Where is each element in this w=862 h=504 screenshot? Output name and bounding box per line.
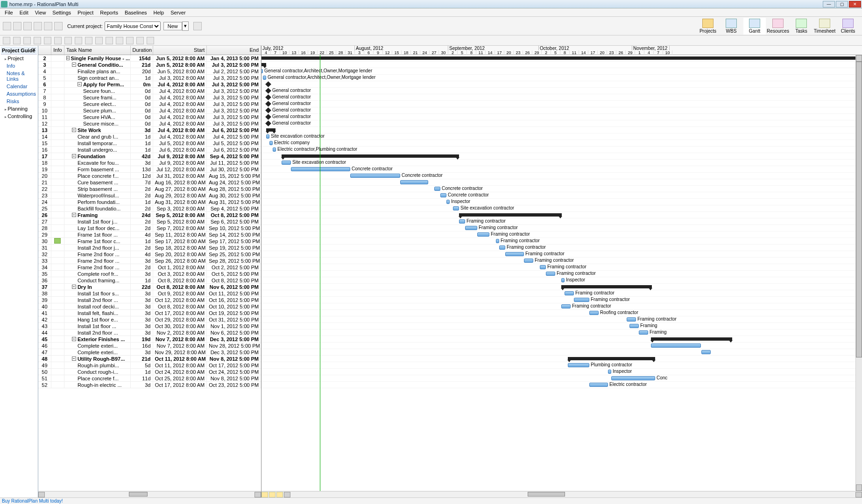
task-bar[interactable] — [627, 317, 636, 322]
movedown-icon[interactable] — [54, 37, 62, 44]
collapse-icon[interactable]: − — [72, 357, 76, 361]
gantt-row[interactable] — [261, 81, 862, 88]
mail-icon[interactable] — [193, 22, 202, 30]
task-bar[interactable] — [574, 298, 589, 302]
task-bar[interactable] — [350, 174, 400, 178]
table-row[interactable]: 41Install felt, flashi...3dOct 17, 2012 … — [38, 310, 261, 316]
zoom-fit-icon[interactable] — [106, 37, 113, 44]
filter-icon[interactable] — [126, 37, 134, 44]
table-row[interactable]: 3−General Conditio...21dJun 5, 2012 8:00… — [38, 62, 261, 68]
gantt-row[interactable]: Inspector — [261, 369, 862, 375]
summary-bar[interactable] — [261, 63, 266, 66]
gantt-row[interactable]: Concrete contractor — [261, 192, 862, 199]
project-select[interactable]: Family House Construction — [105, 21, 161, 31]
table-row[interactable]: 50Conduct rough-i...1dOct 24, 2012 8:00 … — [38, 369, 261, 375]
menu-view[interactable]: View — [32, 9, 49, 16]
task-bar[interactable] — [261, 69, 263, 73]
table-row[interactable]: 52Rough-in electric ...3dOct 17, 2012 8:… — [38, 382, 261, 388]
summary-bar[interactable] — [561, 285, 652, 288]
zoom-in-icon[interactable] — [85, 37, 92, 44]
zoom-all-icon[interactable] — [276, 492, 283, 497]
task-bar[interactable] — [263, 76, 266, 80]
link-icon[interactable] — [3, 37, 10, 44]
new-icon[interactable] — [3, 22, 11, 30]
gscroll-right-icon[interactable] — [855, 492, 862, 497]
summary-bar[interactable] — [459, 213, 562, 217]
gantt-row[interactable]: General contractor — [261, 120, 862, 127]
table-row[interactable]: 37−Dry In22dOct 8, 2012 8:00 AMNov 6, 20… — [38, 284, 261, 290]
gantt-row[interactable]: Electric contractor,Plumbing contractor — [261, 147, 862, 153]
gantt-row[interactable]: Framing contractor — [261, 251, 862, 258]
col-duration[interactable]: Duration — [131, 46, 153, 55]
task-bar[interactable] — [611, 376, 655, 380]
table-row[interactable]: 51Place concrete f...11dOct 25, 2012 8:0… — [38, 375, 261, 382]
undo-icon[interactable] — [44, 22, 52, 30]
gantt-row[interactable]: Site excavation contractor — [261, 133, 862, 140]
gantt-row[interactable]: Framing — [261, 329, 862, 336]
table-row[interactable]: 25Backfill foundatio...2dSep 3, 2012 8:0… — [38, 205, 261, 212]
task-bar[interactable] — [496, 239, 499, 243]
collapse-icon[interactable]: − — [72, 128, 76, 132]
table-row[interactable]: 22Strip basement ...2dAug 27, 2012 8:00 … — [38, 186, 261, 192]
new-dropdown-icon[interactable]: ▾ — [182, 21, 189, 31]
ribbon-tasks[interactable]: Tasks — [790, 18, 813, 35]
open-icon[interactable] — [13, 22, 21, 30]
gscroll-left-icon[interactable] — [284, 492, 290, 497]
menu-baselines[interactable]: Baselines — [122, 9, 150, 16]
highlight-icon[interactable] — [147, 37, 154, 44]
task-bar[interactable] — [589, 383, 608, 387]
moveup-icon[interactable] — [44, 37, 51, 44]
gantt-row[interactable]: Site excavation contractor — [261, 205, 862, 212]
task-bar[interactable] — [546, 272, 555, 276]
milestone[interactable] — [265, 101, 271, 107]
minimize-button[interactable]: — — [823, 1, 835, 7]
gantt-row[interactable] — [261, 343, 862, 349]
outdent-icon[interactable] — [34, 37, 41, 44]
task-bar[interactable] — [269, 141, 273, 145]
table-row[interactable]: 14Clear and grub l...1dJul 4, 2012 8:00 … — [38, 133, 261, 140]
collapse-icon[interactable]: − — [72, 213, 76, 217]
table-row[interactable]: 33Frame 2nd floor ...3dSep 26, 2012 8:00… — [38, 258, 261, 264]
col-end[interactable]: End — [207, 46, 261, 55]
task-bar[interactable] — [565, 291, 574, 295]
gantt-vscrollbar[interactable] — [855, 55, 862, 491]
gantt-row[interactable]: General contractor — [261, 94, 862, 101]
summary-bar[interactable] — [266, 128, 276, 132]
task-bar[interactable] — [440, 193, 446, 197]
collapse-icon[interactable]: − — [72, 154, 76, 158]
task-bar[interactable] — [446, 200, 450, 204]
collapse-icon[interactable]: − — [66, 56, 70, 60]
task-bar[interactable] — [453, 206, 459, 210]
gantt-row[interactable]: Framing — [261, 323, 862, 329]
gantt-row[interactable] — [261, 55, 862, 62]
gantt-row[interactable]: Framing contractor — [261, 218, 862, 225]
collapse-icon[interactable] — [75, 37, 82, 44]
collapse-icon[interactable]: − — [72, 285, 76, 289]
task-bar[interactable] — [608, 370, 611, 374]
ribbon-wbs[interactable]: WBS — [720, 18, 742, 35]
table-row[interactable]: 19Form basement ...13dJul 12, 2012 8:00 … — [38, 166, 261, 173]
gantt-row[interactable]: General contractor — [261, 101, 862, 107]
indent-icon[interactable] — [23, 37, 31, 44]
ribbon-projects[interactable]: Projects — [697, 18, 719, 35]
task-bar[interactable] — [477, 232, 489, 237]
gantt-row[interactable]: Electric contractor — [261, 382, 862, 388]
gantt-row[interactable]: Framing contractor — [261, 290, 862, 297]
goto-icon[interactable] — [116, 37, 123, 44]
col-start[interactable]: Start — [153, 46, 207, 55]
menu-file[interactable]: File — [2, 9, 16, 16]
table-row[interactable]: 21Cure basement ...7dAug 16, 2012 8:00 A… — [38, 179, 261, 186]
ribbon-gantt[interactable]: Gantt — [743, 18, 766, 35]
table-row[interactable]: 10Secure plum...0dJul 4, 2012 8:00 AMJul… — [38, 107, 261, 114]
table-row[interactable]: 18Excavate for fou...3dJul 9, 2012 8:00 … — [38, 160, 261, 166]
print-icon[interactable] — [34, 22, 42, 30]
gantt-row[interactable] — [261, 349, 862, 356]
task-bar[interactable] — [465, 226, 477, 230]
task-bar[interactable] — [273, 147, 276, 152]
table-row[interactable]: 2−Single Family House - ...154dJun 5, 20… — [38, 55, 261, 62]
table-row[interactable]: 12Secure misce...0dJul 4, 2012 8:00 AMJu… — [38, 120, 261, 127]
gantt-row[interactable]: Roofing contractor — [261, 310, 862, 316]
task-bar[interactable] — [701, 350, 711, 354]
task-bar[interactable] — [505, 252, 524, 256]
menu-project[interactable]: Project — [75, 9, 96, 16]
